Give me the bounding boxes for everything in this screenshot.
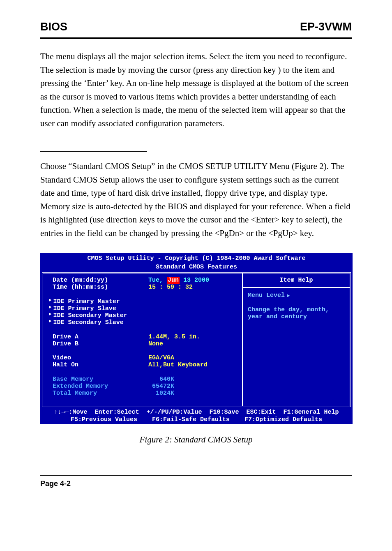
- section-divider: [40, 151, 147, 152]
- header-rule: [40, 37, 352, 39]
- marker-icon: ►: [49, 298, 52, 305]
- video-label: Video: [53, 354, 71, 361]
- drive-a-value[interactable]: 1.44M, 3.5 in.: [148, 333, 200, 340]
- halt-on-value[interactable]: All,But Keyboard: [148, 361, 208, 368]
- base-memory-label: Base Memory: [53, 376, 93, 383]
- drive-a-label: Drive A: [53, 333, 78, 340]
- menu-level-label: Menu Level: [248, 292, 285, 299]
- item-help-title: Item Help: [243, 273, 350, 288]
- ide-primary-slave[interactable]: IDE Primary Slave: [53, 305, 116, 312]
- help-text-line2: year and century: [248, 313, 307, 320]
- marker-icon: ►: [49, 312, 52, 319]
- total-memory-value: 1024K: [148, 390, 174, 397]
- figure-caption: Figure 2: Standard CMOS Setup: [40, 435, 352, 445]
- time-label: Time (hh:mm:ss): [53, 284, 108, 291]
- bios-screenshot: CMOS Setup Utility - Copyright (C) 1984-…: [40, 253, 353, 424]
- marker-icon: ►: [49, 319, 52, 326]
- running-head-left: BIOS: [40, 21, 67, 33]
- running-head-right: EP-3VWM: [300, 21, 352, 33]
- intro-paragraph-1: The menu displays all the major selectio…: [40, 50, 352, 130]
- date-suffix: 13 2000: [180, 277, 209, 284]
- halt-on-label: Halt On: [53, 361, 78, 368]
- ide-secondary-master[interactable]: IDE Secondary Master: [53, 312, 127, 319]
- page-number: Page 4-2: [40, 475, 352, 488]
- total-memory-label: Total Memory: [53, 390, 97, 397]
- marker-icon: ►: [49, 305, 52, 312]
- drive-b-value[interactable]: None: [148, 340, 163, 347]
- video-value[interactable]: EGA/VGA: [148, 354, 174, 361]
- bios-title-line2: Standard CMOS Features: [40, 264, 353, 271]
- date-prefix: Tue,: [148, 277, 167, 284]
- date-highlight[interactable]: Jun: [167, 277, 180, 284]
- bios-footer-line1: ↑↓→←:Move Enter:Select +/-/PU/PD:Value F…: [54, 409, 339, 416]
- ide-secondary-slave[interactable]: IDE Secondary Slave: [53, 319, 124, 326]
- menu-level-icon: [285, 292, 290, 299]
- time-value[interactable]: 15 : 59 : 32: [148, 284, 193, 291]
- bios-footer-line2: F5:Previous Values F6:Fail-Safe Defaults…: [71, 416, 322, 423]
- bios-title-line1: CMOS Setup Utility - Copyright (C) 1984-…: [40, 253, 353, 264]
- base-memory-value: 640K: [148, 376, 174, 383]
- date-label: Date (mm:dd:yy): [53, 277, 108, 284]
- intro-paragraph-2: Choose “Standard CMOS Setup” in the CMOS…: [40, 160, 352, 240]
- help-text-line1: Change the day, month,: [248, 306, 329, 313]
- drive-b-label: Drive B: [53, 340, 78, 347]
- ide-primary-master[interactable]: IDE Primary Master: [53, 298, 120, 305]
- extended-memory-label: Extended Memory: [53, 383, 108, 390]
- extended-memory-value: 65472K: [148, 383, 174, 390]
